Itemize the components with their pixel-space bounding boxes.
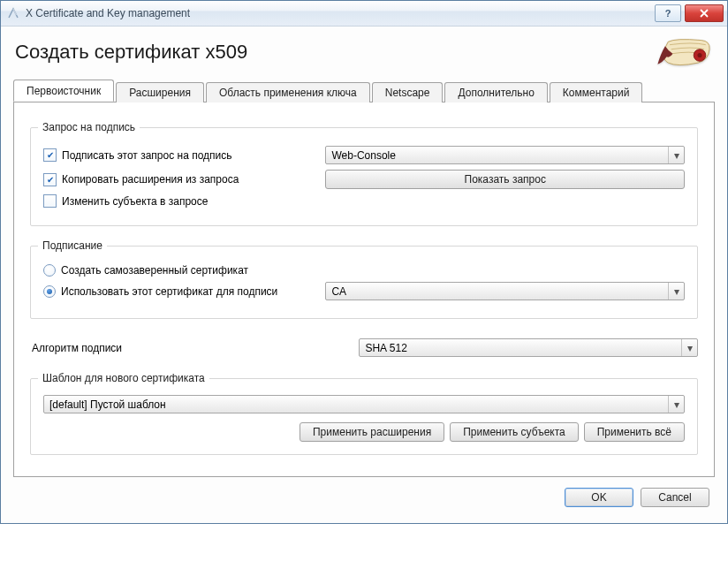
tab-netscape[interactable]: Netscape [372,82,444,102]
algorithm-value: SHA 512 [365,342,406,354]
button-label: OK [591,491,606,504]
sign-request-checkbox-label: Подписать этот запрос на подпись [62,149,232,162]
group-template: Шаблон для нового сертификата [default] … [30,378,698,455]
button-label: Применить субъекта [463,426,565,438]
page-title: Создать сертификат x509 [15,41,247,64]
use-cert-label: Использовать этот сертификат для подписи [61,285,277,298]
modify-subject-label: Изменить субъекта в запросе [62,195,208,208]
chevron-down-icon: ▾ [681,339,697,356]
tab-label: Область применения ключа [219,87,357,99]
tab-advanced[interactable]: Дополнительно [444,82,547,102]
tab-strip: Первоисточник Расширения Область примене… [13,80,715,102]
client-area: Создать сертификат x509 Первоисточник Ра… [1,27,727,523]
ok-button[interactable]: OK [565,488,633,507]
app-icon [6,6,20,20]
sign-request-checkbox[interactable]: ✔ [43,148,57,162]
self-signed-label: Создать самозаверенный сертификат [61,264,248,277]
request-select[interactable]: Web-Console ▾ [325,146,685,164]
group-legend: Шаблон для нового сертификата [38,372,209,384]
window-controls: ? [655,4,724,22]
group-legend: Подписание [38,239,107,252]
window-title: X Certificate and Key management [26,7,655,19]
algorithm-label: Алгоритм подписи [30,342,359,354]
close-button[interactable] [685,4,724,22]
request-select-value: Web-Console [331,149,395,162]
copy-extensions-label: Копировать расширения из запроса [62,173,239,186]
group-sign-request: Запрос на подпись ✔ Подписать этот запро… [30,127,698,226]
tab-extensions[interactable]: Расширения [116,82,204,102]
template-select[interactable]: [default] Пустой шаблон ▾ [43,395,685,413]
use-cert-radio[interactable] [43,285,56,298]
self-signed-radio[interactable] [43,264,56,277]
button-label: Cancel [658,491,691,504]
button-label: Применить расширения [313,426,431,438]
button-label: Показать запрос [465,173,546,186]
tab-label: Netscape [385,87,430,99]
tab-label: Расширения [129,87,191,99]
titlebar[interactable]: X Certificate and Key management ? [1,1,727,27]
chevron-down-icon: ▾ [668,147,684,163]
scroll-seal-icon [655,35,715,71]
show-request-button[interactable]: Показать запрос [325,170,685,189]
help-button[interactable]: ? [655,4,681,22]
tab-label: Первоисточник [27,85,101,97]
signing-cert-select[interactable]: CA ▾ [325,282,685,300]
button-label: Применить всё [597,426,671,438]
signing-cert-value: CA [331,285,346,298]
tab-label: Дополнительно [458,87,534,99]
apply-all-button[interactable]: Применить всё [584,422,685,442]
tab-source[interactable]: Первоисточник [13,80,114,102]
tab-comment[interactable]: Комментарий [550,82,643,102]
group-signing: Подписание Создать самозаверенный сертиф… [30,246,698,319]
cancel-button[interactable]: Cancel [641,488,709,507]
tab-label: Комментарий [563,87,630,99]
chevron-down-icon: ▾ [668,283,684,300]
dialog-button-row: OK Cancel [13,477,715,511]
algorithm-select[interactable]: SHA 512 ▾ [359,338,698,357]
template-value: [default] Пустой шаблон [49,398,166,411]
group-legend: Запрос на подпись [38,121,140,133]
chevron-down-icon: ▾ [668,396,684,413]
algorithm-row: Алгоритм подписи SHA 512 ▾ [30,338,698,357]
tab-panel-source: Запрос на подпись ✔ Подписать этот запро… [13,102,715,477]
tab-key-usage[interactable]: Область применения ключа [206,82,370,102]
copy-extensions-checkbox[interactable]: ✔ [43,173,57,186]
apply-extensions-button[interactable]: Применить расширения [300,422,444,442]
svg-point-1 [697,53,701,57]
window-frame: X Certificate and Key management ? Созда… [0,0,728,524]
modify-subject-checkbox[interactable] [43,194,57,208]
apply-subject-button[interactable]: Применить субъекта [450,422,579,442]
